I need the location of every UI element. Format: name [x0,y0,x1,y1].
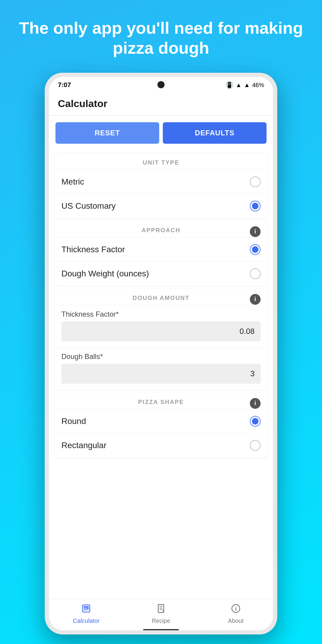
vibrate-icon: 📳 [226,81,233,89]
unit-type-card: UNIT TYPE Metric US Customary [54,153,268,218]
shape-rectangular-radio[interactable] [250,440,261,451]
unit-customary-radio-inner [252,203,258,209]
nav-about-label: About [228,617,244,624]
dough-amount-title: DOUGH AMOUNT [132,295,189,301]
shape-round-row[interactable]: Round [54,409,268,433]
battery-text: 46% [252,82,264,89]
unit-metric-label: Metric [61,177,84,187]
dough-balls-label: Dough Balls* [61,352,261,361]
svg-rect-5 [84,608,85,609]
nav-about[interactable]: About [198,599,273,628]
nav-recipe-label: Recipe [152,617,170,624]
shape-round-label: Round [61,417,86,426]
dough-amount-card: DOUGH AMOUNT i Thickness Factor* Dough B… [54,289,268,390]
dough-amount-header: DOUGH AMOUNT i [54,289,268,305]
unit-customary-label: US Customary [61,201,116,211]
unit-type-header: UNIT TYPE [54,153,268,170]
svg-rect-6 [86,608,87,609]
thickness-factor-label: Thickness Factor* [61,310,261,318]
shape-round-radio-inner [252,418,258,425]
status-time: 7:07 [58,81,71,89]
svg-rect-8 [86,610,87,611]
approach-weight-row[interactable]: Dough Weight (ounces) [54,261,268,286]
status-icons: 📳 ▲ ▲ 46% [226,81,264,89]
app-tagline: The only app you'll need for making pizz… [0,0,322,73]
approach-weight-label: Dough Weight (ounces) [61,269,149,278]
approach-header: APPROACH i [54,221,268,237]
unit-customary-row[interactable]: US Customary [54,194,268,218]
svg-rect-7 [84,610,85,611]
approach-thickness-row[interactable]: Thickness Factor [54,237,268,261]
action-buttons: RESET DEFAULTS [49,116,273,150]
pizza-shape-header: PIZZA SHAPE i [54,393,268,409]
shape-rectangular-row[interactable]: Rectangular [54,433,268,457]
nav-recipe[interactable]: Recipe [124,599,199,628]
approach-weight-radio[interactable] [250,268,261,279]
phone-frame: 7:07 📳 ▲ ▲ 46% Calculator RESET DEFAULTS [45,73,277,634]
thickness-factor-group: Thickness Factor* [54,305,268,347]
about-nav-icon [231,604,241,616]
calculator-nav-icon [81,604,91,616]
recipe-nav-icon [156,604,166,616]
camera-notch [157,81,165,88]
pizza-shape-title: PIZZA SHAPE [138,399,184,405]
nav-calculator[interactable]: Calculator [49,599,124,628]
app-header: Calculator [49,92,273,116]
defaults-button[interactable]: DEFAULTS [163,122,267,144]
svg-rect-3 [86,606,87,608]
unit-customary-radio[interactable] [250,201,261,211]
approach-card: APPROACH i Thickness Factor Dough Weight… [54,221,268,286]
pizza-shape-info-icon[interactable]: i [250,398,261,409]
svg-rect-2 [84,606,85,608]
status-bar: 7:07 📳 ▲ ▲ 46% [49,77,273,92]
approach-thickness-label: Thickness Factor [61,245,125,254]
phone-screen: 7:07 📳 ▲ ▲ 46% Calculator RESET DEFAULTS [49,77,273,630]
unit-metric-radio[interactable] [250,177,261,187]
approach-thickness-radio-inner [252,246,258,253]
home-indicator [143,629,179,630]
thickness-factor-input[interactable] [61,321,261,341]
approach-thickness-radio[interactable] [250,244,261,255]
unit-type-title: UNIT TYPE [143,159,179,166]
dough-amount-info-icon[interactable]: i [250,294,261,305]
page-title: Calculator [58,98,264,109]
shape-round-radio[interactable] [250,416,261,427]
wifi-icon: ▲ [236,82,242,89]
reset-button[interactable]: RESET [55,122,159,144]
nav-calculator-label: Calculator [73,617,100,624]
data-icon: ▲ [244,82,250,89]
unit-metric-row[interactable]: Metric [54,170,268,194]
shape-rectangular-label: Rectangular [61,441,106,450]
app-content: Calculator RESET DEFAULTS UNIT TYPE Metr… [49,92,273,599]
pizza-shape-card: PIZZA SHAPE i Round Rectangular [54,393,268,457]
svg-point-14 [235,607,236,608]
dough-balls-input[interactable] [61,364,261,384]
approach-title: APPROACH [142,227,180,234]
bottom-nav: Calculator Recipe About [49,599,273,628]
svg-rect-4 [87,606,89,609]
approach-info-icon[interactable]: i [250,226,261,237]
bottom-nav-wrapper: Calculator Recipe About [49,599,273,630]
dough-balls-group: Dough Balls* [54,347,268,390]
